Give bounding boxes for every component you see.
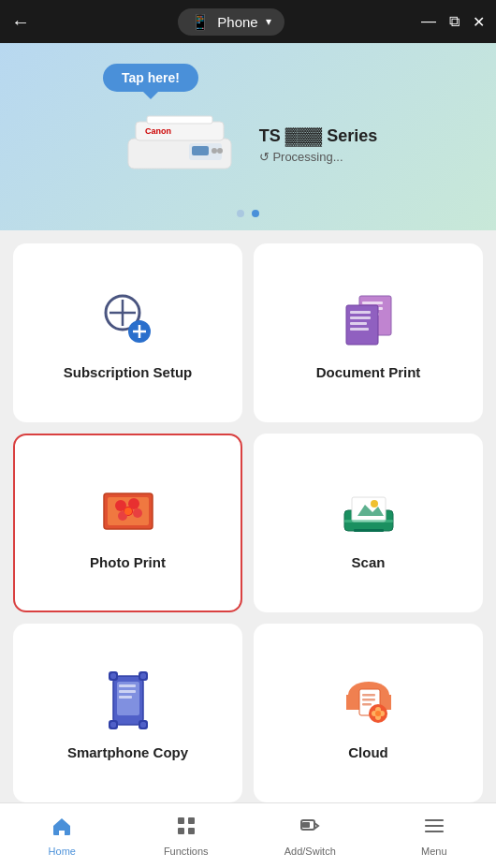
printer-name: TS ▓▓▓ Series bbox=[259, 126, 377, 146]
bottom-nav: Home Functions Add/Switch bbox=[0, 802, 496, 868]
document-print-card[interactable]: Document Print bbox=[254, 243, 483, 422]
dot-2[interactable] bbox=[252, 210, 259, 217]
device-selector[interactable]: 📱 Phone ▾ bbox=[178, 8, 284, 36]
smartphone-copy-icon bbox=[95, 668, 161, 733]
photo-print-card[interactable]: Photo Print bbox=[13, 434, 242, 612]
restore-button[interactable]: ⧉ bbox=[449, 13, 460, 30]
carousel-dots bbox=[237, 210, 259, 217]
chevron-down-icon: ▾ bbox=[266, 15, 271, 28]
svg-rect-67 bbox=[188, 817, 195, 824]
nav-home[interactable]: Home bbox=[0, 803, 124, 868]
svg-rect-41 bbox=[119, 684, 136, 687]
svg-point-6 bbox=[217, 148, 223, 154]
nav-home-label: Home bbox=[49, 846, 76, 857]
functions-grid: Subscription Setup Document Print bbox=[0, 230, 496, 802]
svg-rect-66 bbox=[178, 817, 184, 824]
back-button[interactable]: ← bbox=[11, 11, 41, 33]
menu-icon bbox=[423, 815, 445, 843]
svg-rect-38 bbox=[354, 529, 384, 532]
photo-print-icon bbox=[95, 478, 161, 543]
scan-icon bbox=[336, 478, 401, 543]
svg-rect-24 bbox=[350, 328, 369, 331]
svg-rect-21 bbox=[350, 311, 371, 314]
nav-menu[interactable]: Menu bbox=[372, 803, 497, 868]
svg-point-28 bbox=[115, 500, 126, 511]
smartphone-copy-card[interactable]: Smartphone Copy bbox=[13, 624, 242, 802]
scan-label: Scan bbox=[352, 554, 386, 570]
phone-icon: 📱 bbox=[191, 13, 210, 31]
svg-point-30 bbox=[133, 508, 142, 518]
svg-point-32 bbox=[124, 508, 132, 515]
svg-text:Canon: Canon bbox=[145, 126, 171, 136]
svg-rect-68 bbox=[178, 828, 184, 834]
svg-rect-69 bbox=[188, 828, 195, 834]
svg-rect-42 bbox=[119, 690, 136, 693]
subscription-setup-icon bbox=[95, 287, 161, 353]
svg-rect-57 bbox=[362, 694, 375, 697]
functions-icon bbox=[175, 815, 197, 843]
device-title: Phone bbox=[217, 14, 257, 30]
document-print-label: Document Print bbox=[316, 364, 421, 380]
close-button[interactable]: ✕ bbox=[473, 13, 485, 31]
minimize-button[interactable]: — bbox=[421, 13, 436, 30]
svg-rect-37 bbox=[344, 520, 393, 522]
cloud-card[interactable]: Cloud bbox=[254, 624, 483, 802]
nav-functions[interactable]: Functions bbox=[124, 803, 249, 868]
dot-1[interactable] bbox=[237, 210, 244, 217]
subscription-setup-card[interactable]: Subscription Setup bbox=[13, 243, 242, 422]
hero-section: Tap here! Canon TS ▓▓▓ Series ↺ P bbox=[0, 43, 496, 230]
svg-rect-43 bbox=[119, 696, 132, 699]
printer-info: TS ▓▓▓ Series ↺ Processing... bbox=[259, 126, 377, 164]
cloud-label: Cloud bbox=[348, 744, 388, 760]
svg-point-5 bbox=[212, 148, 217, 154]
tap-bubble[interactable]: Tap here! bbox=[103, 64, 198, 92]
add-switch-icon bbox=[299, 815, 321, 843]
nav-menu-label: Menu bbox=[421, 846, 447, 857]
home-icon bbox=[51, 815, 73, 843]
subscription-setup-label: Subscription Setup bbox=[64, 364, 193, 380]
svg-rect-8 bbox=[147, 116, 212, 124]
svg-rect-17 bbox=[362, 302, 383, 304]
svg-rect-59 bbox=[362, 703, 372, 706]
printer-status: ↺ Processing... bbox=[259, 150, 377, 164]
document-print-icon bbox=[336, 287, 401, 353]
svg-point-29 bbox=[128, 498, 139, 509]
svg-rect-71 bbox=[302, 822, 310, 828]
nav-functions-label: Functions bbox=[164, 846, 209, 857]
title-bar: ← 📱 Phone ▾ — ⧉ ✕ bbox=[0, 0, 496, 43]
printer-area: Canon TS ▓▓▓ Series ↺ Processing... bbox=[119, 103, 377, 187]
svg-rect-58 bbox=[362, 699, 375, 701]
nav-add-switch[interactable]: Add/Switch bbox=[248, 803, 372, 868]
svg-point-36 bbox=[371, 500, 378, 508]
svg-rect-23 bbox=[350, 322, 367, 325]
cloud-icon bbox=[336, 668, 401, 733]
nav-add-switch-label: Add/Switch bbox=[284, 846, 336, 857]
scan-card[interactable]: Scan bbox=[254, 434, 483, 612]
svg-rect-22 bbox=[350, 316, 371, 319]
svg-rect-4 bbox=[192, 146, 209, 155]
svg-point-65 bbox=[375, 711, 381, 716]
window-controls: — ⧉ ✕ bbox=[421, 13, 485, 31]
photo-print-label: Photo Print bbox=[90, 554, 166, 570]
printer-image: Canon bbox=[119, 103, 241, 187]
smartphone-copy-label: Smartphone Copy bbox=[67, 744, 188, 760]
